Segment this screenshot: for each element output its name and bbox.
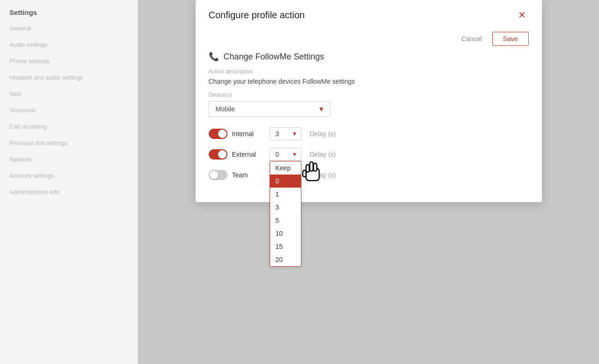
- modal-dialog: Configure profile action ✕ Cancel Save 📞…: [196, 0, 542, 202]
- sidebar-item-call-recording[interactable]: Call recording: [0, 118, 138, 135]
- internal-toggle-knob: [218, 130, 226, 138]
- modal-overlay: Configure profile action ✕ Cancel Save 📞…: [138, 0, 599, 364]
- sidebar-item-general[interactable]: General: [0, 20, 138, 36]
- internal-row: Internal 3 ▼ Delay (s): [209, 127, 529, 140]
- phone-icon: 📞: [209, 51, 219, 62]
- sidebar-item-account[interactable]: Account settings: [0, 167, 138, 184]
- internal-delay-select[interactable]: 3: [270, 127, 301, 140]
- team-row: Team 0 ▼ Delay (s): [209, 168, 529, 182]
- section-heading: 📞 Change FollowMe Settings: [209, 51, 529, 62]
- save-button[interactable]: Save: [492, 32, 529, 46]
- sidebar-title: Settings: [0, 0, 138, 20]
- team-label: Team: [232, 171, 265, 179]
- internal-toggle[interactable]: [209, 129, 227, 139]
- sidebar-item-phone[interactable]: Phone settings: [0, 53, 138, 69]
- external-delay-select[interactable]: 0: [270, 148, 301, 161]
- team-delay-label: Delay (s): [310, 171, 336, 179]
- sidebar-item-skin[interactable]: Skin: [0, 86, 138, 102]
- external-delay-wrapper: 0 ▼ Keep 0 1 3 5 10 15 20: [270, 148, 301, 161]
- sidebar: Settings General Audio settings Phone se…: [0, 0, 138, 364]
- device-select-wrapper: Mobile ▼: [209, 101, 330, 117]
- sidebar-item-network[interactable]: Network: [0, 151, 138, 167]
- internal-delay-label: Delay (s): [310, 130, 336, 138]
- external-delay-label: Delay (s): [310, 151, 336, 158]
- sidebar-item-headset[interactable]: Headset and audio settings: [0, 69, 138, 86]
- cancel-button[interactable]: Cancel: [457, 32, 487, 45]
- dropdown-option-3[interactable]: 3: [270, 201, 301, 214]
- internal-label: Internal: [232, 130, 265, 138]
- team-toggle[interactable]: [209, 170, 227, 180]
- dropdown-option-20[interactable]: 20: [270, 253, 301, 266]
- dropdown-option-1[interactable]: 1: [270, 188, 301, 201]
- modal-body: 📞 Change FollowMe Settings Action descri…: [196, 51, 542, 202]
- dropdown-option-0[interactable]: 0: [270, 175, 301, 188]
- sidebar-item-voicemail[interactable]: Voicemail: [0, 102, 138, 118]
- sidebar-item-personal-dial[interactable]: Personal dial settings: [0, 135, 138, 151]
- external-label: External: [232, 151, 265, 158]
- team-toggle-knob: [210, 171, 218, 179]
- devices-label: Device(s): [209, 92, 529, 98]
- external-toggle-knob: [218, 150, 226, 159]
- internal-delay-wrapper: 3 ▼: [270, 127, 301, 140]
- modal-header: Configure profile action ✕: [196, 0, 542, 28]
- external-delay-dropdown: Keep 0 1 3 5 10 15 20: [270, 161, 301, 267]
- close-button[interactable]: ✕: [515, 9, 529, 21]
- action-description-value: Change your telephone devices FollowMe s…: [209, 78, 529, 85]
- external-toggle[interactable]: [209, 149, 227, 160]
- sidebar-item-audio[interactable]: Audio settings: [0, 36, 138, 53]
- modal-actions: Cancel Save: [196, 28, 542, 51]
- dropdown-option-15[interactable]: 15: [270, 240, 301, 253]
- section-title: Change FollowMe Settings: [224, 52, 324, 62]
- dropdown-option-10[interactable]: 10: [270, 227, 301, 240]
- dropdown-option-keep[interactable]: Keep: [270, 161, 301, 175]
- modal-title: Configure profile action: [209, 10, 305, 21]
- sidebar-item-admin[interactable]: Administration info: [0, 184, 138, 200]
- external-row: External 0 ▼ Keep 0 1 3 5 10 15: [209, 148, 529, 161]
- action-description-label: Action description: [209, 68, 529, 75]
- dropdown-option-5[interactable]: 5: [270, 214, 301, 227]
- device-select[interactable]: Mobile: [209, 101, 330, 117]
